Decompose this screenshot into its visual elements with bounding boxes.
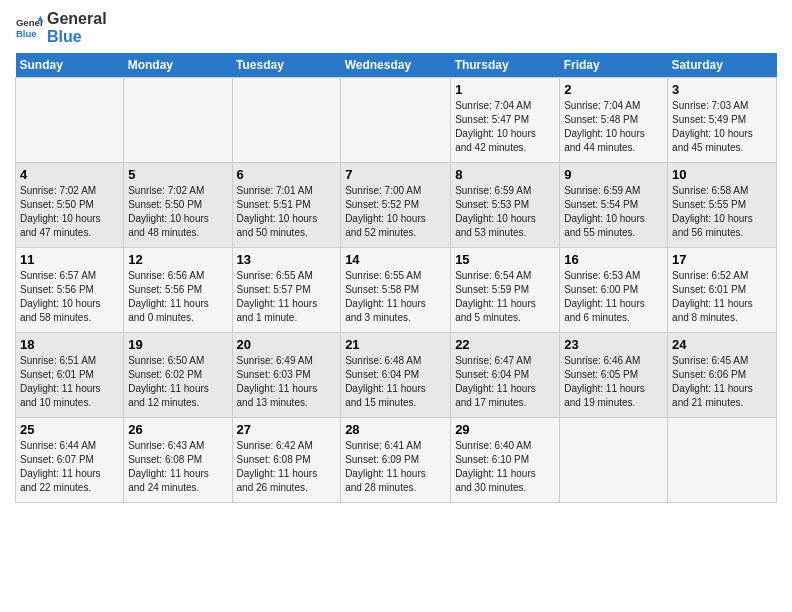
calendar-cell: 5Sunrise: 7:02 AM Sunset: 5:50 PM Daylig… [124,163,232,248]
weekday-header: Saturday [668,53,777,78]
day-detail: Sunrise: 6:58 AM Sunset: 5:55 PM Dayligh… [672,184,772,240]
calendar-cell: 12Sunrise: 6:56 AM Sunset: 5:56 PM Dayli… [124,248,232,333]
day-number: 26 [128,422,227,437]
calendar-cell: 8Sunrise: 6:59 AM Sunset: 5:53 PM Daylig… [451,163,560,248]
day-number: 13 [237,252,337,267]
day-number: 17 [672,252,772,267]
day-detail: Sunrise: 7:04 AM Sunset: 5:47 PM Dayligh… [455,99,555,155]
day-number: 29 [455,422,555,437]
day-detail: Sunrise: 6:55 AM Sunset: 5:57 PM Dayligh… [237,269,337,325]
calendar-cell [668,418,777,503]
weekday-header: Wednesday [341,53,451,78]
day-number: 18 [20,337,119,352]
calendar-cell: 6Sunrise: 7:01 AM Sunset: 5:51 PM Daylig… [232,163,341,248]
day-detail: Sunrise: 6:45 AM Sunset: 6:06 PM Dayligh… [672,354,772,410]
logo-text: General Blue [47,10,107,45]
calendar-table: SundayMondayTuesdayWednesdayThursdayFrid… [15,53,777,503]
weekday-header: Friday [560,53,668,78]
calendar-cell: 16Sunrise: 6:53 AM Sunset: 6:00 PM Dayli… [560,248,668,333]
weekday-header-row: SundayMondayTuesdayWednesdayThursdayFrid… [16,53,777,78]
weekday-header: Tuesday [232,53,341,78]
calendar-cell: 1Sunrise: 7:04 AM Sunset: 5:47 PM Daylig… [451,78,560,163]
day-detail: Sunrise: 6:52 AM Sunset: 6:01 PM Dayligh… [672,269,772,325]
day-number: 21 [345,337,446,352]
calendar-cell: 14Sunrise: 6:55 AM Sunset: 5:58 PM Dayli… [341,248,451,333]
calendar-cell: 4Sunrise: 7:02 AM Sunset: 5:50 PM Daylig… [16,163,124,248]
day-number: 19 [128,337,227,352]
day-detail: Sunrise: 6:49 AM Sunset: 6:03 PM Dayligh… [237,354,337,410]
header: General Blue General Blue [15,10,777,45]
day-number: 6 [237,167,337,182]
day-detail: Sunrise: 6:50 AM Sunset: 6:02 PM Dayligh… [128,354,227,410]
day-detail: Sunrise: 6:41 AM Sunset: 6:09 PM Dayligh… [345,439,446,495]
week-row: 4Sunrise: 7:02 AM Sunset: 5:50 PM Daylig… [16,163,777,248]
logo-icon: General Blue [15,14,43,42]
day-detail: Sunrise: 6:59 AM Sunset: 5:53 PM Dayligh… [455,184,555,240]
calendar-cell: 17Sunrise: 6:52 AM Sunset: 6:01 PM Dayli… [668,248,777,333]
calendar-cell: 27Sunrise: 6:42 AM Sunset: 6:08 PM Dayli… [232,418,341,503]
calendar-cell [16,78,124,163]
day-detail: Sunrise: 6:56 AM Sunset: 5:56 PM Dayligh… [128,269,227,325]
day-number: 14 [345,252,446,267]
day-number: 2 [564,82,663,97]
day-number: 15 [455,252,555,267]
svg-text:Blue: Blue [16,27,37,38]
week-row: 1Sunrise: 7:04 AM Sunset: 5:47 PM Daylig… [16,78,777,163]
day-detail: Sunrise: 6:48 AM Sunset: 6:04 PM Dayligh… [345,354,446,410]
day-number: 22 [455,337,555,352]
day-detail: Sunrise: 6:51 AM Sunset: 6:01 PM Dayligh… [20,354,119,410]
calendar-cell: 28Sunrise: 6:41 AM Sunset: 6:09 PM Dayli… [341,418,451,503]
day-number: 7 [345,167,446,182]
day-number: 24 [672,337,772,352]
calendar-cell: 7Sunrise: 7:00 AM Sunset: 5:52 PM Daylig… [341,163,451,248]
day-number: 8 [455,167,555,182]
calendar-cell: 24Sunrise: 6:45 AM Sunset: 6:06 PM Dayli… [668,333,777,418]
calendar-cell: 2Sunrise: 7:04 AM Sunset: 5:48 PM Daylig… [560,78,668,163]
calendar-cell: 26Sunrise: 6:43 AM Sunset: 6:08 PM Dayli… [124,418,232,503]
calendar-cell: 29Sunrise: 6:40 AM Sunset: 6:10 PM Dayli… [451,418,560,503]
day-number: 9 [564,167,663,182]
calendar-cell: 20Sunrise: 6:49 AM Sunset: 6:03 PM Dayli… [232,333,341,418]
day-detail: Sunrise: 6:40 AM Sunset: 6:10 PM Dayligh… [455,439,555,495]
day-number: 10 [672,167,772,182]
day-detail: Sunrise: 6:42 AM Sunset: 6:08 PM Dayligh… [237,439,337,495]
day-detail: Sunrise: 6:47 AM Sunset: 6:04 PM Dayligh… [455,354,555,410]
day-detail: Sunrise: 7:04 AM Sunset: 5:48 PM Dayligh… [564,99,663,155]
week-row: 25Sunrise: 6:44 AM Sunset: 6:07 PM Dayli… [16,418,777,503]
calendar-cell [232,78,341,163]
calendar-cell: 15Sunrise: 6:54 AM Sunset: 5:59 PM Dayli… [451,248,560,333]
calendar-cell: 13Sunrise: 6:55 AM Sunset: 5:57 PM Dayli… [232,248,341,333]
day-detail: Sunrise: 6:54 AM Sunset: 5:59 PM Dayligh… [455,269,555,325]
page-container: General Blue General Blue SundayMondayTu… [0,0,792,513]
calendar-cell: 22Sunrise: 6:47 AM Sunset: 6:04 PM Dayli… [451,333,560,418]
day-number: 27 [237,422,337,437]
calendar-cell: 19Sunrise: 6:50 AM Sunset: 6:02 PM Dayli… [124,333,232,418]
day-detail: Sunrise: 6:43 AM Sunset: 6:08 PM Dayligh… [128,439,227,495]
calendar-cell: 25Sunrise: 6:44 AM Sunset: 6:07 PM Dayli… [16,418,124,503]
day-number: 28 [345,422,446,437]
day-detail: Sunrise: 6:55 AM Sunset: 5:58 PM Dayligh… [345,269,446,325]
day-detail: Sunrise: 6:44 AM Sunset: 6:07 PM Dayligh… [20,439,119,495]
calendar-cell: 9Sunrise: 6:59 AM Sunset: 5:54 PM Daylig… [560,163,668,248]
day-number: 11 [20,252,119,267]
day-detail: Sunrise: 7:00 AM Sunset: 5:52 PM Dayligh… [345,184,446,240]
day-detail: Sunrise: 7:03 AM Sunset: 5:49 PM Dayligh… [672,99,772,155]
day-number: 3 [672,82,772,97]
day-detail: Sunrise: 7:02 AM Sunset: 5:50 PM Dayligh… [128,184,227,240]
day-number: 25 [20,422,119,437]
weekday-header: Monday [124,53,232,78]
day-detail: Sunrise: 6:53 AM Sunset: 6:00 PM Dayligh… [564,269,663,325]
day-detail: Sunrise: 6:59 AM Sunset: 5:54 PM Dayligh… [564,184,663,240]
day-number: 16 [564,252,663,267]
calendar-cell [124,78,232,163]
calendar-cell [560,418,668,503]
weekday-header: Thursday [451,53,560,78]
week-row: 11Sunrise: 6:57 AM Sunset: 5:56 PM Dayli… [16,248,777,333]
day-number: 12 [128,252,227,267]
calendar-cell: 11Sunrise: 6:57 AM Sunset: 5:56 PM Dayli… [16,248,124,333]
logo: General Blue General Blue [15,10,107,45]
day-detail: Sunrise: 7:02 AM Sunset: 5:50 PM Dayligh… [20,184,119,240]
day-number: 4 [20,167,119,182]
calendar-cell: 21Sunrise: 6:48 AM Sunset: 6:04 PM Dayli… [341,333,451,418]
day-detail: Sunrise: 6:57 AM Sunset: 5:56 PM Dayligh… [20,269,119,325]
